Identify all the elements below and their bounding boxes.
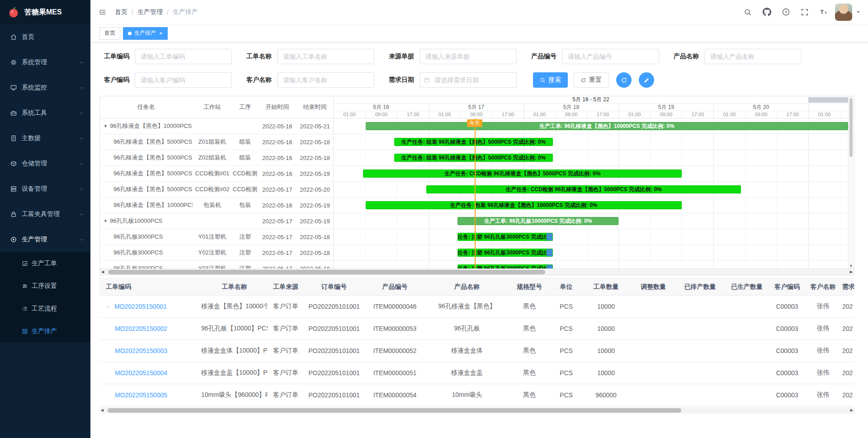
app-logo[interactable]: 苦糖果MES <box>0 0 90 24</box>
tab-production-scheduling[interactable]: 生产排产× <box>123 27 168 40</box>
table-cell: 张伟 <box>804 318 842 340</box>
work-order-link[interactable]: MO202205150001 <box>114 303 167 310</box>
task-bar[interactable]: 生产任务: 注塑 96孔孔板3000PCS 完成比例: 0% <box>458 233 553 241</box>
work-order-link[interactable]: MO202205150002 <box>115 325 167 332</box>
task-end-time: 2022-05-18 <box>297 234 333 240</box>
timeline-scroll-indicator[interactable] <box>808 97 848 103</box>
table-horizontal-scrollbar[interactable]: ◀ ▶ <box>99 407 854 414</box>
gantt-task-row[interactable]: 96孔移液盒【黑色】5000PCSCCD检测#02CCD检测2022-05-17… <box>100 182 333 198</box>
gantt-task-row[interactable]: 96孔移液盒【黑色】5000PCSCCD检测#01CCD检测2022-05-16… <box>100 166 333 182</box>
collapse-arrow-icon[interactable]: ▼ <box>104 124 108 128</box>
gantt-chart-row: 生产任务: 包装 96孔移液盒【黑色】10000PCS 完成比例: 0% <box>334 198 848 213</box>
task-start-time: 2022-05-16 <box>258 155 297 161</box>
reset-button[interactable]: 重置 <box>573 72 609 88</box>
table-cell: C00003 <box>770 296 804 318</box>
gantt-horizontal-scrollbar[interactable]: ◀ ▶ <box>100 268 854 275</box>
task-bar[interactable]: 生产任务: 组装 96孔移液盒【黑色】5000PCS 完成比例: 0% <box>394 138 553 146</box>
collapse-arrow-icon[interactable]: ▼ <box>104 219 108 223</box>
table-cell <box>630 296 677 318</box>
task-bar[interactable]: 生产任务: CCD检测 96孔移液盒【黑色】5000PCS 完成比例: 0% <box>426 185 741 193</box>
gantt-task-row[interactable]: 96孔移液盒【黑色】5000PCSZ02组装机组装2022-05-162022-… <box>100 150 333 166</box>
work-order-bar[interactable]: 生产工单: 96孔移液盒【黑色】10000PCS 完成比例: 0% <box>366 122 848 130</box>
font-size-icon[interactable]: TT <box>816 5 831 20</box>
sidebar-item-master-data[interactable]: 主数据 <box>0 126 90 151</box>
sidebar-item-system-management[interactable]: 系统管理 <box>0 50 90 75</box>
search-icon[interactable] <box>740 5 755 20</box>
task-bar[interactable]: 生产任务: CCD检测 96孔移液盒【黑色】5000PCS 完成比例: 0% <box>363 170 682 178</box>
gantt-task-row[interactable]: 96孔孔板3000PCSY02注塑机注塑2022-05-172022-05-18 <box>100 245 333 261</box>
user-menu-caret-icon[interactable] <box>856 9 861 14</box>
sidebar-item-system-tools[interactable]: 系统工具 <box>0 100 90 126</box>
task-bar[interactable]: 生产任务: 包装 96孔移液盒【黑色】10000PCS 完成比例: 0% <box>366 201 682 209</box>
fullscreen-icon[interactable] <box>797 5 812 20</box>
work-order-link[interactable]: MO202205150005 <box>115 391 167 399</box>
work-order-name-input[interactable] <box>277 49 374 64</box>
search-button[interactable]: 搜索 <box>533 72 568 88</box>
bar-selection-handle[interactable] <box>547 265 552 268</box>
document-icon <box>10 135 17 142</box>
sidebar-item-system-monitor[interactable]: 系统监控 <box>0 75 90 100</box>
sidebar-item-equipment-management[interactable]: 设备管理 <box>0 176 90 202</box>
filter-label: 来源单据 <box>389 52 414 61</box>
work-order-code-input[interactable] <box>135 49 232 64</box>
product-code-input[interactable] <box>562 49 659 64</box>
task-bar[interactable]: 生产任务: 组装 96孔移液盒【黑色】5000PCS 完成比例: 0% <box>394 154 553 162</box>
sidebar-item-warehouse-management[interactable]: 仓储管理 <box>0 151 90 176</box>
gantt-column-header: 结束时间 <box>297 103 333 111</box>
breadcrumb-separator: / <box>132 9 133 16</box>
help-icon[interactable]: ? <box>778 5 793 20</box>
refresh-icon <box>580 77 586 83</box>
sidebar-item-production-management[interactable]: 生产管理 <box>0 227 90 252</box>
bar-selection-handle[interactable] <box>547 249 552 256</box>
task-bar[interactable]: 生产任务: 注塑 96孔孔板3000PCS 完成比例: 0% <box>458 264 553 268</box>
customer-name-input[interactable] <box>277 72 374 88</box>
gantt-task-row[interactable]: ▼96孔孔板10000PCS2022-05-172022-05-19 <box>100 213 333 229</box>
source-doc-input[interactable] <box>420 49 517 64</box>
scroll-left-arrow-icon[interactable]: ◀ <box>101 407 104 414</box>
today-line <box>475 118 476 268</box>
gantt-vertical-scrollbar[interactable]: ▼ <box>848 96 854 268</box>
table-cell: ITEM00000053 <box>364 318 425 340</box>
scrollbar-thumb[interactable] <box>108 270 545 274</box>
gantt-task-row[interactable]: 96孔移液盒【黑色】10000PCS包装机包装2022-05-162022-05… <box>100 198 333 213</box>
gantt-task-row[interactable]: ▼96孔移液盒【黑色】10000PCS2022-05-162022-05-21 <box>100 118 333 134</box>
sidebar-item-home[interactable]: 首页 <box>0 24 90 50</box>
bar-selection-handle[interactable] <box>547 233 552 240</box>
gantt-chart-area: 生产工单: 96孔移液盒【黑色】10000PCS 完成比例: 0%生产任务: 组… <box>334 118 848 268</box>
scroll-down-arrow-icon[interactable]: ▼ <box>849 264 854 268</box>
work-order-link[interactable]: MO202205150003 <box>115 347 167 354</box>
expand-row-icon[interactable] <box>106 305 111 310</box>
close-icon[interactable]: × <box>159 30 163 36</box>
breadcrumb-item[interactable]: 首页 <box>115 8 127 16</box>
scrollbar-thumb[interactable] <box>849 98 853 157</box>
svg-text:?: ? <box>784 9 787 14</box>
sidebar-item-production-scheduling[interactable]: 生产排产 <box>0 320 90 343</box>
demand-date-input[interactable] <box>420 72 517 88</box>
sidebar-item-process-flow[interactable]: 工艺流程 <box>0 297 90 320</box>
customer-code-input[interactable] <box>135 72 232 88</box>
gantt-task-row[interactable]: 96孔移液盒【黑色】5000PCSZ01组装机组装2022-05-162022-… <box>100 134 333 150</box>
work-order-bar[interactable]: 生产工单: 96孔孔板10000PCS 完成比例: 0% <box>458 217 618 225</box>
user-avatar[interactable] <box>835 4 852 21</box>
scroll-left-arrow-icon[interactable]: ◀ <box>101 269 104 275</box>
task-bar[interactable]: 生产任务: 注塑 96孔孔板3000PCS 完成比例: 0% <box>458 249 553 257</box>
refresh-gantt-button[interactable] <box>616 72 632 88</box>
svg-text:T: T <box>824 11 826 15</box>
tab-home[interactable]: 首页 <box>99 27 120 40</box>
product-name-input[interactable] <box>704 49 802 64</box>
sidebar-item-fixture-management[interactable]: 工装夹具管理 <box>0 202 90 227</box>
work-order-code-cell: MO202205150001 <box>99 296 201 318</box>
scroll-right-arrow-icon[interactable]: ▶ <box>850 269 853 275</box>
scroll-right-arrow-icon[interactable]: ▶ <box>850 407 853 414</box>
sidebar-item-process-settings[interactable]: 工序设置 <box>0 275 90 297</box>
breadcrumb-item[interactable]: 生产管理 <box>137 8 163 16</box>
sidebar-toggle-icon[interactable] <box>95 5 110 20</box>
filter-field-product-code: 产品编号 <box>531 49 659 64</box>
gantt-task-row[interactable]: 96孔孔板3000PCSY03注塑机注塑2022-05-172022-05-18 <box>100 261 333 268</box>
sidebar-item-production-work-order[interactable]: 生产工单 <box>0 252 90 275</box>
github-icon[interactable] <box>759 5 774 20</box>
work-order-link[interactable]: MO202205150004 <box>115 369 167 377</box>
scrollbar-thumb[interactable] <box>108 408 681 413</box>
edit-gantt-button[interactable] <box>639 72 654 88</box>
gantt-task-row[interactable]: 96孔孔板3000PCSY01注塑机注塑2022-05-172022-05-18 <box>100 229 333 245</box>
